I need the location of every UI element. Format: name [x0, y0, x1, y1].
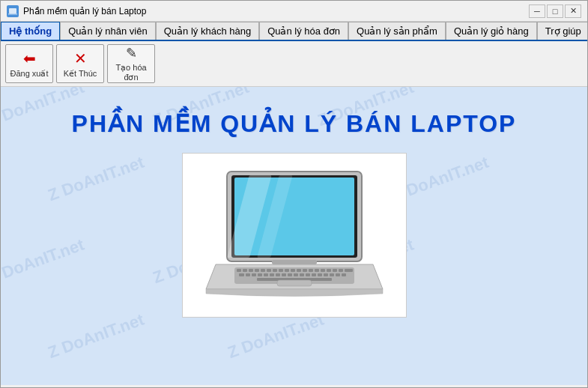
- svg-rect-26: [339, 269, 343, 272]
- app-icon: [7, 5, 19, 17]
- svg-rect-28: [239, 273, 244, 276]
- svg-rect-1: [8, 13, 17, 15]
- svg-rect-17: [285, 269, 289, 272]
- svg-rect-34: [276, 273, 280, 276]
- logout-label: Đăng xuất: [10, 69, 48, 79]
- menu-item-sanpham[interactable]: Quản lý sản phẩm: [348, 22, 446, 40]
- menu-item-giohang[interactable]: Quản lý giỏ hàng: [446, 22, 537, 40]
- exit-button[interactable]: ✕ Kết Thúc: [56, 44, 104, 83]
- svg-rect-15: [273, 269, 277, 272]
- svg-rect-40: [312, 273, 316, 276]
- title-bar-left: Phần mềm quản lý bán Laptop: [7, 5, 146, 17]
- svg-rect-38: [300, 273, 304, 276]
- svg-rect-25: [333, 269, 337, 272]
- create-invoice-label: Tạo hóa đơn: [108, 63, 154, 82]
- svg-rect-24: [327, 269, 331, 272]
- main-heading: PHẦN MỀM QUẢN LÝ BÁN LAPTOP: [72, 109, 517, 138]
- svg-rect-12: [255, 269, 259, 272]
- svg-rect-32: [264, 273, 268, 276]
- svg-rect-23: [321, 269, 325, 272]
- window-controls: ─ □ ✕: [529, 4, 581, 18]
- svg-rect-43: [330, 273, 334, 276]
- minimize-button[interactable]: ─: [529, 4, 545, 18]
- svg-rect-10: [243, 269, 247, 272]
- watermark-11: Z DoAnIT.net: [225, 310, 327, 363]
- menu-item-trogiup[interactable]: Trợ giúp: [537, 22, 588, 40]
- svg-rect-27: [345, 269, 353, 272]
- svg-rect-19: [297, 269, 301, 272]
- main-content: Z DoAnIT.net Z DoAnIT.net Z DoAnIT.net Z…: [1, 87, 587, 385]
- laptop-image-container: [182, 153, 407, 318]
- svg-rect-47: [277, 280, 312, 286]
- create-invoice-icon: ✎: [126, 45, 137, 61]
- maximize-button[interactable]: □: [547, 4, 563, 18]
- svg-rect-29: [246, 273, 250, 276]
- exit-label: Kết Thúc: [64, 69, 97, 79]
- toolbar: ⬅ Đăng xuất ✕ Kết Thúc ✎ Tạo hóa đơn: [1, 41, 587, 87]
- svg-rect-0: [9, 8, 16, 13]
- title-bar: Phần mềm quản lý bán Laptop ─ □ ✕: [1, 1, 587, 22]
- window-title: Phần mềm quản lý bán Laptop: [23, 6, 146, 16]
- menu-item-hoadon[interactable]: Quản lý hóa đơn: [259, 22, 348, 40]
- svg-rect-41: [318, 273, 322, 276]
- exit-icon: ✕: [74, 49, 87, 67]
- svg-rect-44: [336, 273, 340, 276]
- svg-rect-30: [252, 273, 256, 276]
- svg-rect-21: [309, 269, 313, 272]
- watermark-4: Z DoAnIT.net: [46, 153, 147, 205]
- menu-bar: Hệ thống Quản lý nhân viên Quản lý khách…: [1, 22, 587, 41]
- svg-rect-22: [315, 269, 319, 272]
- svg-rect-45: [342, 273, 346, 276]
- close-button[interactable]: ✕: [565, 4, 581, 18]
- svg-rect-9: [237, 269, 241, 272]
- menu-item-hethong[interactable]: Hệ thống: [1, 22, 60, 40]
- logout-button[interactable]: ⬅ Đăng xuất: [5, 44, 53, 83]
- svg-rect-35: [282, 273, 286, 276]
- svg-rect-11: [249, 269, 253, 272]
- svg-rect-16: [279, 269, 283, 272]
- laptop-image: [197, 160, 392, 310]
- svg-rect-18: [291, 269, 295, 272]
- svg-rect-7: [272, 260, 317, 264]
- svg-rect-39: [306, 273, 310, 276]
- svg-rect-31: [258, 273, 262, 276]
- svg-rect-33: [270, 273, 274, 276]
- watermark-10: Z DoAnIT.net: [46, 310, 147, 363]
- menu-item-khachhang[interactable]: Quản lý khách hàng: [156, 22, 259, 40]
- svg-rect-13: [261, 269, 265, 272]
- menu-item-nhanvien[interactable]: Quản lý nhân viên: [60, 22, 156, 40]
- create-invoice-button[interactable]: ✎ Tạo hóa đơn: [107, 44, 155, 83]
- watermark-7: Z DoAnIT.net: [1, 235, 87, 288]
- svg-rect-36: [288, 273, 292, 276]
- svg-rect-20: [303, 269, 307, 272]
- svg-rect-42: [324, 273, 328, 276]
- logout-icon: ⬅: [23, 49, 36, 67]
- svg-rect-37: [294, 273, 298, 276]
- svg-rect-14: [267, 269, 271, 272]
